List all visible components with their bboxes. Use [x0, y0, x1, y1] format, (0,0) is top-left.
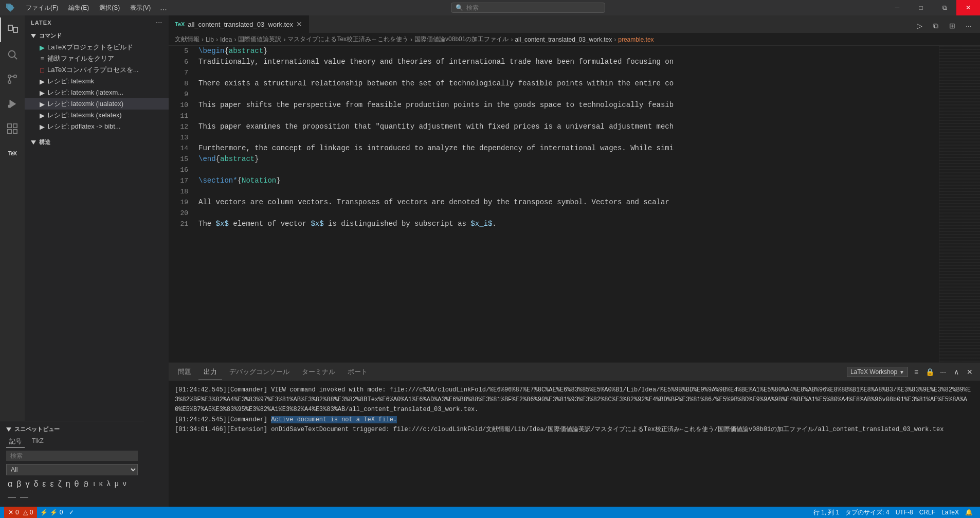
activity-explorer[interactable] — [0, 17, 25, 42]
symbol-kappa[interactable]: κ — [98, 478, 104, 490]
status-errors[interactable]: ✕ 0 △ 0 — [4, 507, 37, 518]
commands-section-title[interactable]: コマンド — [25, 30, 169, 42]
run-button[interactable]: ▷ — [912, 19, 927, 33]
sidebar-item-build[interactable]: ▶ LaTeXプロジェクトをビルド — [25, 42, 169, 53]
breadcrumb-part-5[interactable]: 国際価値論v08b01の加工ファイル — [414, 35, 509, 44]
maximize-button[interactable]: □ — [909, 0, 933, 15]
search-input[interactable] — [466, 4, 601, 11]
breadcrumb-part-1[interactable]: Lib — [206, 36, 214, 43]
menu-select[interactable]: 選択(S) — [94, 0, 125, 15]
layout-button[interactable]: ⊞ — [945, 19, 959, 33]
structure-section-title[interactable]: 構造 — [25, 136, 169, 148]
sidebar-item-recipe-pdflatex[interactable]: ▶ レシピ: pdflatex -> bibt... — [25, 121, 169, 132]
activity-source-control[interactable] — [0, 67, 25, 92]
tab-main-file[interactable]: TeX all_content_translated_03_work.tex ✕ — [169, 15, 309, 33]
symbol-zeta[interactable]: ζ — [57, 478, 63, 490]
status-language[interactable]: LaTeX — [938, 507, 962, 518]
menu-edit[interactable]: 編集(E) — [63, 0, 94, 15]
panel-tab-output[interactable]: 出力 — [198, 364, 222, 380]
code-line-6[interactable]: Traditionally, international value theor… — [198, 57, 939, 67]
activity-run[interactable] — [0, 92, 25, 116]
restore-button[interactable]: ⧉ — [933, 0, 956, 15]
symbol-gamma[interactable]: γ — [25, 478, 31, 490]
code-editor[interactable]: 56789101112131415161718192021 \begin{abs… — [169, 46, 980, 363]
snippet-filter-select[interactable]: All — [25, 464, 138, 475]
code-line-18[interactable] — [198, 186, 939, 197]
symbol-theta1[interactable]: θ — [73, 478, 81, 490]
code-line-12[interactable]: This paper examines the proposition that… — [198, 121, 939, 132]
symbol-mu[interactable]: μ — [113, 478, 120, 490]
status-check[interactable]: ✓ — [66, 507, 77, 518]
status-tab-size[interactable]: タブのサイズ: 4 — [842, 507, 892, 518]
status-encoding[interactable]: UTF-8 — [893, 507, 916, 518]
code-line-15[interactable]: \end{abstract} — [198, 154, 939, 165]
sidebar-item-recipe-latexmk[interactable]: ▶ レシピ: latexmk — [25, 76, 169, 87]
panel-close-icon[interactable]: ✕ — [964, 366, 976, 378]
activity-extensions[interactable] — [0, 116, 25, 141]
code-line-13[interactable] — [198, 132, 939, 143]
code-content[interactable]: \begin{abstract} Traditionally, internat… — [194, 46, 939, 363]
sidebar-item-recipe-latexmk-latexm[interactable]: ▶ レシピ: latexmk (latexm... — [25, 87, 169, 98]
symbol-delta[interactable]: δ — [32, 478, 40, 490]
code-line-17[interactable]: \section*{Notation} — [198, 175, 939, 186]
code-line-8[interactable]: There exists a structural relationship b… — [198, 78, 939, 89]
code-line-14[interactable]: Furthermore, the concept of linkage is i… — [198, 143, 939, 154]
symbol-epsilon1[interactable]: ε — [41, 478, 47, 490]
minimize-button[interactable]: ─ — [885, 0, 909, 15]
code-line-7[interactable] — [198, 67, 939, 78]
symbol-iota[interactable]: ι — [92, 478, 97, 490]
status-notifications[interactable]: 🔔 — [962, 507, 976, 518]
search-bar[interactable]: 🔍 — [451, 3, 605, 13]
split-editor-button[interactable]: ⧉ — [929, 19, 943, 33]
symbol-nu[interactable]: ν — [121, 478, 128, 490]
sidebar-dots[interactable]: ··· — [156, 20, 162, 26]
breadcrumb-part-4[interactable]: マスタイプによるTex校正済み←これを使う — [287, 35, 408, 44]
code-line-10[interactable]: This paper shifts the perspective from f… — [198, 100, 939, 111]
code-line-16[interactable] — [198, 165, 939, 175]
more-actions-button[interactable]: ··· — [961, 19, 976, 33]
sidebar-item-clean[interactable]: ≡ 補助ファイルをクリア — [25, 53, 169, 64]
panel-tab-debug[interactable]: デバッグコンソール — [224, 364, 295, 380]
breadcrumb-part-2[interactable]: Idea — [220, 36, 232, 43]
menu-file[interactable]: ファイル(F) — [21, 0, 63, 15]
sidebar-item-recipe-xelatex[interactable]: ▶ レシピ: latexmk (xelatex) — [25, 110, 169, 121]
panel-tab-ports[interactable]: ポート — [342, 364, 373, 380]
symbol-lambda[interactable]: λ — [105, 478, 112, 490]
activity-search[interactable] — [0, 42, 25, 67]
code-line-11[interactable] — [198, 111, 939, 121]
panel-more-icon[interactable]: ··· — [937, 366, 949, 378]
panel-expand-icon[interactable]: ∧ — [950, 366, 963, 378]
breadcrumb-part-3[interactable]: 国際価値論英訳 — [238, 35, 281, 44]
code-line-5[interactable]: \begin{abstract} — [198, 46, 939, 57]
line-number-12: 12 — [169, 121, 188, 132]
close-button[interactable]: ✕ — [956, 0, 980, 15]
symbol-theta2[interactable]: ϑ — [82, 478, 90, 490]
panel-tab-terminal[interactable]: ターミナル — [297, 364, 340, 380]
tab-close-button[interactable]: ✕ — [296, 21, 302, 28]
sidebar-item-recipe-lualatex[interactable]: ▶ レシピ: latexmk (lualatex) — [25, 98, 169, 110]
breadcrumb-part-7[interactable]: preamble.tex — [618, 36, 654, 43]
status-line-ending[interactable]: CRLF — [916, 507, 938, 518]
code-line-19[interactable]: All vectors are column vectors. Transpos… — [198, 197, 939, 208]
activity-latex[interactable]: TeX — [0, 141, 25, 166]
menu-more[interactable]: ... — [156, 3, 171, 12]
code-line-9[interactable] — [198, 89, 939, 100]
tab-tikz[interactable]: TikZ — [29, 436, 47, 448]
menu-view[interactable]: 表示(V) — [125, 0, 156, 15]
panel-tab-problems[interactable]: 問題 — [173, 364, 196, 380]
status-position[interactable]: 行 1, 列 1 — [810, 507, 843, 518]
code-line-20[interactable] — [198, 208, 939, 219]
symbol-eta[interactable]: η — [64, 478, 72, 490]
status-info[interactable]: ⚡ ⚡ 0 — [37, 507, 66, 518]
sidebar-item-kill[interactable]: □ LaTeXコンパイラプロセスを... — [25, 64, 169, 76]
symbol-epsilon2[interactable]: ε — [49, 478, 56, 490]
panel-lock-icon[interactable]: 🔒 — [923, 366, 936, 378]
minimap[interactable] — [939, 46, 980, 363]
panel-source-selector[interactable]: LaTeX Workshop ▼ — [847, 367, 908, 377]
snippet-search-input[interactable] — [25, 451, 138, 461]
breadcrumb-part-6[interactable]: all_content_translated_03_work.tex — [515, 36, 612, 43]
symbol-dash2[interactable]: — — [25, 491, 30, 503]
code-line-21[interactable]: The $x$ element of vector $x$ is disting… — [198, 219, 939, 229]
breadcrumb-part-0[interactable]: 文献情報 — [175, 35, 199, 44]
panel-list-icon[interactable]: ≡ — [910, 366, 922, 378]
